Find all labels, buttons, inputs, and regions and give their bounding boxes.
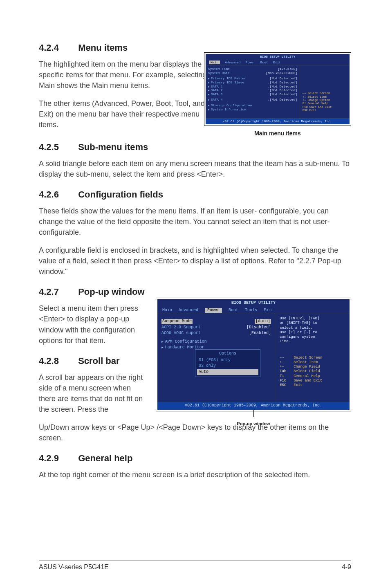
bios1-tab-exit: Exit [273,61,281,65]
heading-text: Menu items [78,43,128,53]
bios1-body: System Time[12:56:30] System Date[Mon 23… [206,65,350,118]
heading-429: 4.2.9 General help [39,453,351,464]
figure-main-menu: BIOS SETUP UTILITY Main Advanced Power B… [204,52,351,137]
heading-424: 4.2.4 Menu items [39,43,351,53]
para-424-2: The other items (Advanced, Power, Boot, … [39,98,219,130]
bios2-row-lbl: APM Configuration [161,339,207,345]
bios1-legend-line: F1 General Help [303,102,347,105]
bios1-left: System Time[12:56:30] System Date[Mon 23… [206,65,300,118]
popup-option-selected: Auto [197,369,258,375]
bios1-legend-line: ↑↓ Select Item [303,95,347,99]
bios1-frame: BIOS SETUP UTILITY Main Advanced Power B… [204,52,351,126]
bios2-row-lbl: ACPI 2.0 Support [161,325,201,330]
page-footer: ASUS V-series P5G41E 4-9 [39,561,351,571]
bios1-legend: ←→ Select Screen ↑↓ Select Item +- Chang… [300,65,350,118]
heading-num: 4.2.4 [39,43,76,53]
bios1-row-lbl: SATA 3 [208,92,222,97]
fig2-caption: Pop-up window [156,421,351,426]
help-line: select a field. [280,326,345,330]
heading-426: 4.2.6 Configuration fields [39,189,351,200]
heading-num: 4.2.7 [39,287,76,297]
bios1-screen: BIOS SETUP UTILITY Main Advanced Power B… [206,54,350,124]
heading-text: Configuration fields [78,189,163,200]
bios1-row-val: :[Not Detected] [268,85,297,89]
bios2-popup: Options S1 (POS) only S3 only Auto [195,349,260,377]
popup-option: S1 (POS) only [197,357,258,364]
bios1-copyright: v02.61 (C)Copyright 1985-2009, American … [206,118,350,124]
bios2-tab-boot: Boot [229,308,238,313]
bios2-row-val: [Disabled] [247,325,271,330]
heading-num: 4.2.8 [39,356,76,366]
bios2-tab-advanced: Advanced [179,308,198,313]
bios2-help: Use [ENTER], [TAB] or [SHIFT-TAB] to sel… [280,316,345,344]
bios2-row-val: [Enabled] [249,331,271,336]
heading-text: Pop-up window [78,287,145,297]
legend-text: Select Screen [294,356,322,360]
fig1-caption: Main menu items [204,130,351,137]
heading-text: General help [78,453,132,463]
bios1-row-lbl: SATA 4 [208,98,222,102]
bios2-row-lbl: Suspend Mode [161,319,193,324]
bios1-row-lbl: SATA 1 [208,85,222,89]
bios1-menubar: Main Advanced Power Boot Exit [206,60,350,65]
legend-text: Select Item [294,360,318,364]
bios2-frame: BIOS SETUP UTILITY Main Advanced Power B… [156,298,351,411]
legend-key: ←→ [280,356,294,360]
bios1-row-lbl: Primary IDE Master [208,76,246,81]
legend-text: Exit [294,383,303,387]
bios1-legend-line: +- Change Option [303,99,347,102]
legend-text: Change Field [294,365,320,369]
legend-text: Select Field [294,369,320,373]
footer-left: ASUS V-series P5G41E [39,563,109,571]
legend-key: +- [280,365,294,369]
bios2-body: Suspend Mode[Auto] ACPI 2.0 Support[Disa… [157,314,350,402]
bios2-tab-main: Main [162,308,172,313]
footer-right: 4-9 [342,563,351,571]
bios1-row-val: :[Not Detected] [268,76,297,81]
bios2-right: Use [ENTER], [TAB] or [SHIFT-TAB] to sel… [276,314,350,402]
bios2-menubar: Main Advanced Power Boot Tools Exit [157,307,350,314]
bios2-screen: BIOS SETUP UTILITY Main Advanced Power B… [157,299,350,410]
bios2-legend: ←→Select Screen ↑↓Select Item +-Change F… [280,356,345,388]
bios1-legend-line: ESC Exit [303,109,347,112]
legend-key: F1 [280,374,294,379]
bios2-row-val: [Auto] [255,319,271,324]
bios1-tab-advanced: Advanced [225,61,240,65]
heading-num: 4.2.6 [39,189,76,200]
legend-key: ESC [280,383,294,388]
heading-num: 4.2.5 [39,142,76,153]
para-426-2: A configurable field is enclosed in brac… [39,245,351,277]
legend-key: Tab [280,369,294,374]
help-line: or [SHIFT-TAB] to [280,321,345,325]
para-427-1: Select a menu item then press <Enter> to… [39,303,149,346]
bios2-tab-tools: Tools [245,308,257,313]
para-429-1: At the top right corner of the menu scre… [39,469,351,480]
bios1-tab-power: Power [246,61,256,65]
bios2-tab-exit: Exit [264,308,273,313]
bios1-legend-line: ←→ Select Screen [303,92,347,95]
para-426-1: These fields show the values for the men… [39,206,351,238]
bios1-row-lbl: Primary IDE Slave [208,81,244,85]
para-424-1: The highlighted item on the menu bar dis… [39,59,219,91]
help-line: configure system [280,335,345,339]
popup-option: S3 only [197,363,258,369]
para-428-1: A scroll bar appears on the right side o… [39,372,149,415]
bios1-row-lbl: System Information [208,108,246,112]
legend-key: F10 [280,379,294,383]
help-line: Use [ENTER], [TAB] [280,316,345,321]
bios2-left: Suspend Mode[Auto] ACPI 2.0 Support[Disa… [157,314,276,402]
heading-427: 4.2.7 Pop-up window [39,287,351,297]
bios2-row-lbl: ACOU AOUC suport [161,331,201,336]
legend-text: General Help [294,374,320,378]
bios1-row-val: :[Not Detected] [268,88,297,92]
bios1-row-val: :[Not Detected] [268,98,297,102]
help-line: Use [+] or [-] to [280,330,345,335]
fig2-callout-line [156,411,351,419]
para-425-1: A solid triangle before each item on any… [39,158,351,180]
bios1-row-lbl: System Date [208,71,230,75]
heading-text: Scroll bar [78,356,119,366]
bios1-row-val: [12:56:30] [278,67,297,71]
help-line: Time. [280,339,345,344]
bios2-tab-power: Power [205,308,222,313]
bios1-row-val: :[Not Detected] [268,92,297,97]
